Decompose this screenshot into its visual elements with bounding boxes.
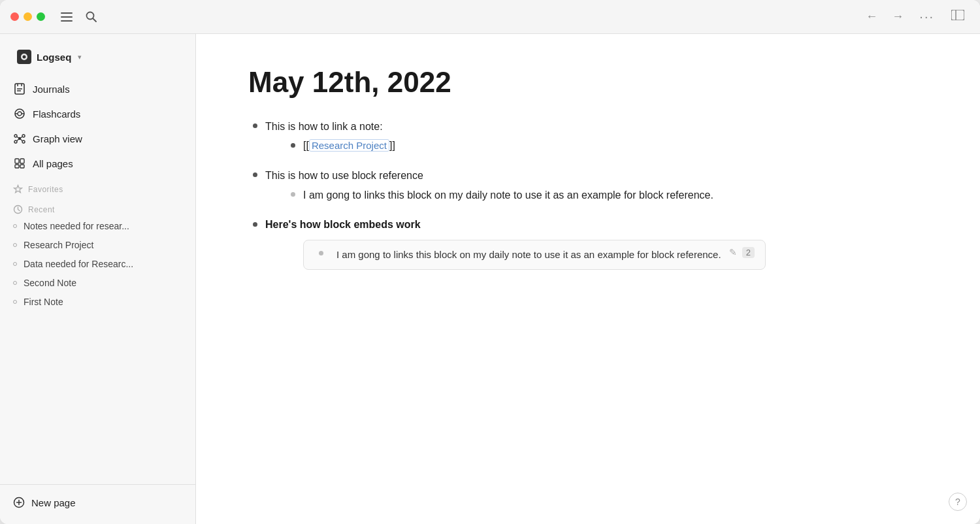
block-2-1-item: I am gong to links this block on my dail… [286, 187, 713, 204]
close-traffic-light[interactable] [10, 12, 19, 21]
bullet-dot-light-icon [291, 192, 295, 197]
svg-rect-5 [951, 10, 964, 20]
more-options-button[interactable]: ··· [914, 7, 939, 27]
bullet-2-1 [286, 188, 299, 201]
logseq-brand[interactable]: Logseq ▾ [10, 44, 185, 69]
block-1-content: This is how to link a note: [[Research P… [265, 118, 395, 161]
sidebar-item-flashcards[interactable]: Flashcards [5, 102, 190, 125]
recent-item-first-note[interactable]: First Note [5, 293, 190, 311]
recent-item-data-needed[interactable]: Data needed for Researc... [5, 255, 190, 273]
content-area: May 12th, 2022 This is how to link a not… [196, 34, 980, 524]
svg-line-26 [21, 139, 23, 141]
flashcards-label: Flashcards [33, 108, 80, 120]
sidebar: Logseq ▾ Journals [0, 34, 196, 524]
recent-item-notes-needed[interactable]: Notes needed for resear... [5, 217, 190, 235]
flashcards-icon [13, 107, 26, 120]
brand-chevron-icon: ▾ [78, 53, 82, 61]
research-project-link[interactable]: Research Project [309, 139, 389, 152]
block-3-children: I am gong to links this block on my dail… [265, 236, 766, 274]
new-page-button[interactable]: New page [5, 491, 190, 514]
recent-item-label: Second Note [24, 278, 76, 288]
recent-icon [13, 205, 23, 214]
sidebar-bottom: New page [0, 484, 195, 524]
recent-item-second-note[interactable]: Second Note [5, 274, 190, 292]
svg-rect-30 [20, 165, 24, 168]
minimize-traffic-light[interactable] [24, 12, 32, 21]
bullet-1-1 [286, 139, 299, 152]
embed-block-actions: ✎ 2 [729, 247, 755, 258]
svg-rect-2 [61, 20, 73, 22]
svg-point-21 [14, 140, 17, 143]
app-window: ← → ··· [0, 0, 980, 524]
block-1-children: [[Research Project]] [286, 137, 395, 154]
sidebar-item-graph-view[interactable]: Graph view [5, 127, 190, 150]
svg-point-3 [87, 12, 94, 20]
recent-item-label: Data needed for Researc... [24, 259, 133, 269]
block-list: This is how to link a note: [[Research P… [248, 118, 928, 280]
new-page-plus-icon [13, 497, 25, 508]
traffic-lights [10, 12, 45, 21]
bullet-3 [248, 218, 261, 231]
svg-rect-0 [61, 12, 73, 14]
block-3-text: Here's how block embeds work [265, 219, 421, 230]
svg-line-25 [17, 139, 19, 141]
brand-text: Logseq [37, 52, 71, 63]
recent-dot-icon [13, 300, 17, 304]
svg-point-20 [22, 135, 25, 137]
help-button[interactable]: ? [949, 493, 967, 511]
star-icon [13, 184, 23, 194]
hamburger-menu-button[interactable] [57, 10, 76, 24]
svg-rect-29 [15, 165, 19, 168]
recent-item-research-project[interactable]: Research Project [5, 236, 190, 254]
sidebar-toggle-icon [951, 10, 964, 20]
journals-icon [13, 82, 26, 95]
svg-point-22 [22, 140, 25, 143]
svg-rect-1 [61, 16, 73, 18]
bullet-dot-icon [253, 222, 257, 227]
block-2-1-text: I am gong to links this block on my dail… [303, 187, 713, 204]
block-1-text: This is how to link a note: [265, 121, 383, 132]
recent-item-label: First Note [24, 297, 63, 307]
svg-point-19 [14, 135, 17, 137]
block-3-1-item: I am gong to links this block on my dail… [265, 236, 766, 274]
titlebar: ← → ··· [0, 0, 980, 34]
embed-block: I am gong to links this block on my dail… [303, 240, 766, 270]
search-icon [86, 11, 97, 22]
recent-dot-icon [13, 262, 17, 266]
all-pages-label: All pages [33, 158, 73, 169]
svg-point-8 [23, 56, 26, 59]
search-button[interactable] [82, 8, 101, 25]
back-button[interactable]: ← [862, 7, 881, 26]
sidebar-item-journals[interactable]: Journals [5, 77, 190, 101]
bullet-dot-icon [291, 143, 295, 148]
journals-label: Journals [33, 84, 70, 95]
graph-view-label: Graph view [33, 133, 82, 144]
embed-bullet [314, 247, 327, 260]
all-pages-icon [13, 157, 26, 170]
bullet-2 [248, 169, 261, 182]
embed-block-text: I am gong to links this block on my dail… [336, 247, 721, 263]
svg-line-23 [17, 137, 19, 138]
hamburger-icon [61, 12, 73, 22]
recent-dot-icon [13, 281, 17, 285]
block-3-content: Here's how block embeds work I am gong t… [265, 216, 766, 280]
forward-button[interactable]: → [888, 7, 907, 26]
sidebar-toggle-button[interactable] [946, 7, 970, 26]
sidebar-nav: Journals Flashcards [0, 74, 195, 484]
embed-edit-icon[interactable]: ✎ [729, 247, 737, 257]
link-suffix: ]] [389, 140, 395, 151]
link-prefix: [[ [303, 140, 309, 151]
new-page-label: New page [31, 497, 76, 508]
recent-dot-icon [13, 243, 17, 247]
svg-line-4 [93, 19, 97, 22]
maximize-traffic-light[interactable] [37, 12, 45, 21]
block-item-3: Here's how block embeds work I am gong t… [248, 216, 928, 280]
svg-rect-28 [20, 159, 24, 163]
svg-rect-27 [15, 159, 19, 163]
logseq-logo-svg [20, 52, 29, 61]
block-2-children: I am gong to links this block on my dail… [286, 187, 713, 204]
svg-point-15 [18, 112, 22, 116]
block-2-text: This is how to use block reference [265, 170, 423, 181]
sidebar-item-all-pages[interactable]: All pages [5, 152, 190, 175]
titlebar-left [10, 8, 101, 25]
